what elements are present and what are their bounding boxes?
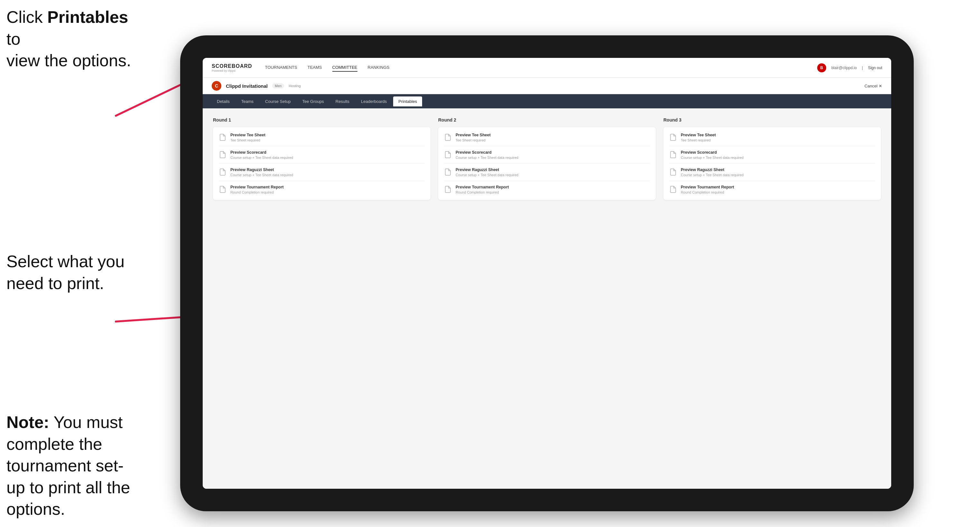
round1-scorecard[interactable]: Preview Scorecard Course setup + Tee She… (219, 146, 425, 163)
round2-tee-sheet-subtitle: Tee Sheet required (456, 138, 650, 142)
document-icon (669, 151, 677, 159)
document-icon (444, 133, 452, 141)
logo-scoreboard: SCOREBOARD (212, 63, 252, 69)
tab-leaderboards[interactable]: Leaderboards (356, 97, 392, 106)
nav-link-tournaments[interactable]: TOURNAMENTS (265, 63, 297, 72)
document-icon (444, 168, 452, 176)
document-icon (444, 186, 452, 193)
sign-out-link[interactable]: Sign out (868, 66, 882, 70)
round2-tee-sheet[interactable]: Preview Tee Sheet Tee Sheet required (444, 133, 650, 146)
round3-scorecard-subtitle: Course setup + Tee Sheet data required (681, 156, 875, 159)
round3-report-subtitle: Round Completion required (681, 190, 875, 194)
round2-scorecard-subtitle: Course setup + Tee Sheet data required (456, 156, 650, 159)
round-1-title: Round 1 (213, 117, 431, 122)
document-icon (219, 168, 226, 176)
separator: | (862, 66, 863, 70)
round-1-column: Round 1 Preview Tee Sheet Tee Sheet requ… (213, 117, 431, 200)
tab-course-setup[interactable]: Course Setup (260, 97, 296, 106)
document-icon (219, 133, 226, 141)
tab-results[interactable]: Results (331, 97, 355, 106)
instruction-middle: Select what youneed to print. (6, 251, 124, 294)
round-3-title: Round 3 (663, 117, 881, 122)
round2-report-subtitle: Round Completion required (456, 190, 650, 194)
round3-scorecard[interactable]: Preview Scorecard Course setup + Tee She… (669, 146, 875, 163)
nav-link-committee[interactable]: COMMITTEE (332, 63, 358, 72)
round3-tee-sheet-subtitle: Tee Sheet required (681, 138, 875, 142)
sub-nav: Details Teams Course Setup Tee Groups Re… (203, 94, 891, 108)
round1-scorecard-title: Preview Scorecard (231, 150, 425, 155)
document-icon (669, 133, 677, 141)
instruction-printables-bold: Printables (47, 8, 128, 26)
round-3-column: Round 3 Preview Tee Sheet Tee Sheet requ… (663, 117, 881, 200)
round-2-column: Round 2 Preview Tee Sheet Tee Sheet requ… (438, 117, 656, 200)
round3-tee-sheet[interactable]: Preview Tee Sheet Tee Sheet required (669, 133, 875, 146)
round1-report-subtitle: Round Completion required (231, 190, 425, 194)
round2-scorecard[interactable]: Preview Scorecard Course setup + Tee She… (444, 146, 650, 163)
instruction-bottom: Note: You must complete the tournament s… (6, 411, 142, 520)
document-icon (219, 151, 226, 159)
main-content: Round 1 Preview Tee Sheet Tee Sheet requ… (203, 108, 891, 489)
logo-area: SCOREBOARD Powered by clippd (212, 63, 252, 72)
round-2-title: Round 2 (438, 117, 656, 122)
round1-tee-sheet-subtitle: Tee Sheet required (231, 138, 425, 142)
round3-tournament-report[interactable]: Preview Tournament Report Round Completi… (669, 181, 875, 194)
round1-raguzzi-title: Preview Raguzzi Sheet (231, 168, 425, 172)
cancel-button[interactable]: Cancel ✕ (864, 84, 882, 89)
round1-raguzzi-subtitle: Course setup + Tee Sheet data required (231, 173, 425, 177)
round2-raguzzi-subtitle: Course setup + Tee Sheet data required (456, 173, 650, 177)
instruction-top: Click Printables toview the options. (6, 6, 142, 72)
round3-raguzzi-title: Preview Raguzzi Sheet (681, 168, 875, 172)
tournament-status: Hosting (289, 84, 301, 88)
round3-raguzzi[interactable]: Preview Raguzzi Sheet Course setup + Tee… (669, 163, 875, 181)
round1-raguzzi[interactable]: Preview Raguzzi Sheet Course setup + Tee… (219, 163, 425, 181)
logo-powered: Powered by clippd (212, 69, 252, 72)
round1-tee-sheet[interactable]: Preview Tee Sheet Tee Sheet required (219, 133, 425, 146)
nav-link-teams[interactable]: TEAMS (307, 63, 322, 72)
document-icon (669, 186, 677, 193)
tablet-frame: SCOREBOARD Powered by clippd TOURNAMENTS… (180, 35, 914, 511)
round1-tee-sheet-title: Preview Tee Sheet (231, 133, 425, 137)
document-icon (219, 186, 226, 193)
tab-printables[interactable]: Printables (393, 97, 422, 106)
tournament-info: C Clippd Invitational Men Hosting (212, 81, 301, 90)
round2-raguzzi-title: Preview Raguzzi Sheet (456, 168, 650, 172)
tablet-screen: SCOREBOARD Powered by clippd TOURNAMENTS… (203, 58, 891, 489)
round3-tee-sheet-title: Preview Tee Sheet (681, 133, 875, 137)
tab-tee-groups[interactable]: Tee Groups (297, 97, 329, 106)
rounds-container: Round 1 Preview Tee Sheet Tee Sheet requ… (213, 117, 881, 200)
round2-report-title: Preview Tournament Report (456, 185, 650, 189)
tournament-badge: Men (272, 83, 284, 89)
nav-link-rankings[interactable]: RANKINGS (368, 63, 390, 72)
tab-teams[interactable]: Teams (236, 97, 259, 106)
round1-tournament-report[interactable]: Preview Tournament Report Round Completi… (219, 181, 425, 194)
round3-scorecard-title: Preview Scorecard (681, 150, 875, 155)
nav-right: B blair@clippd.io | Sign out (817, 63, 882, 72)
tournament-header: C Clippd Invitational Men Hosting Cancel… (203, 78, 891, 94)
instruction-note-bold: Note: (6, 413, 49, 432)
round1-scorecard-subtitle: Course setup + Tee Sheet data required (231, 156, 425, 159)
tab-details[interactable]: Details (212, 97, 235, 106)
tournament-icon: C (212, 81, 221, 90)
round-3-card: Preview Tee Sheet Tee Sheet required Pre… (663, 127, 881, 200)
avatar: B (817, 63, 826, 72)
round2-raguzzi[interactable]: Preview Raguzzi Sheet Course setup + Tee… (444, 163, 650, 181)
round3-raguzzi-subtitle: Course setup + Tee Sheet data required (681, 173, 875, 177)
round-1-card: Preview Tee Sheet Tee Sheet required Pre… (213, 127, 431, 200)
round1-report-title: Preview Tournament Report (231, 185, 425, 189)
round-2-card: Preview Tee Sheet Tee Sheet required Pre… (438, 127, 656, 200)
tournament-name: Clippd Invitational (226, 83, 268, 89)
document-icon (444, 151, 452, 159)
document-icon (669, 168, 677, 176)
top-nav: SCOREBOARD Powered by clippd TOURNAMENTS… (203, 58, 891, 78)
nav-links: TOURNAMENTS TEAMS COMMITTEE RANKINGS (265, 63, 817, 72)
round2-tournament-report[interactable]: Preview Tournament Report Round Completi… (444, 181, 650, 194)
user-email: blair@clippd.io (831, 66, 857, 70)
round3-report-title: Preview Tournament Report (681, 185, 875, 189)
round2-scorecard-title: Preview Scorecard (456, 150, 650, 155)
round2-tee-sheet-title: Preview Tee Sheet (456, 133, 650, 137)
